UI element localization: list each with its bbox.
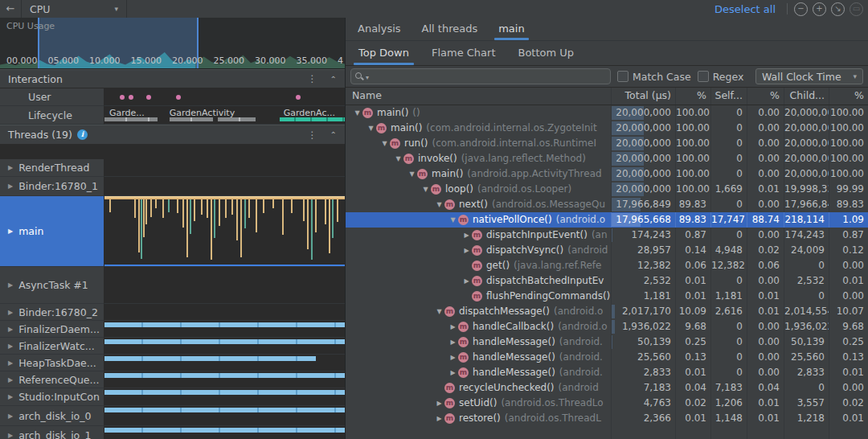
table-row[interactable]: mget()(java.lang.ref.Refe12,3820.0612,38… (346, 258, 868, 273)
thread-activity-track[interactable] (104, 267, 345, 304)
thread-activity-track[interactable] (104, 196, 345, 267)
expand-arrow-icon[interactable]: ▶ (448, 319, 458, 334)
subtab-bottom-up[interactable]: Bottom Up (506, 41, 585, 65)
chevron-right-icon[interactable]: ▶ (8, 393, 13, 400)
column-header-children[interactable]: Child... (784, 88, 829, 105)
table-row[interactable]: ▶mrestore()(android.os.ThreadL2,3660.011… (346, 411, 868, 426)
expand-arrow-icon[interactable]: ▼ (366, 121, 376, 136)
table-row[interactable]: mrecycleUnchecked()(android7,1830.047,18… (346, 380, 868, 396)
chevron-right-icon[interactable]: ▶ (8, 228, 13, 235)
column-header-self[interactable]: Self... (710, 88, 747, 105)
thread-activity-track[interactable] (104, 338, 345, 355)
table-row[interactable]: ▶mdispatchInputEvent()(an174,2430.8700.0… (346, 228, 868, 243)
table-row[interactable]: ▼mrun()(com.android.internal.os.RuntimeI… (346, 136, 868, 151)
regex-checkbox[interactable]: Regex (698, 71, 744, 83)
search-box[interactable]: ▾ (350, 68, 611, 84)
expand-arrow-icon[interactable]: ▼ (448, 212, 458, 228)
expand-arrow-icon[interactable]: ▼ (379, 136, 390, 151)
table-row[interactable]: ▼mnativePollOnce()(android.o17,965,66889… (346, 212, 868, 228)
chevron-right-icon[interactable]: ▶ (8, 183, 13, 190)
expand-arrow-icon[interactable]: ▶ (461, 273, 472, 289)
collapse-chevron-icon[interactable]: ⌃ (330, 130, 337, 139)
session-select[interactable]: CPU ▾ (22, 0, 126, 18)
column-header-total-pct[interactable]: % (675, 88, 710, 105)
thread-row[interactable]: ▶arch_disk_io_0 (0, 406, 345, 426)
expand-arrow-icon[interactable]: ▶ (461, 243, 472, 258)
chevron-right-icon[interactable]: ▶ (8, 343, 13, 350)
expand-arrow-icon[interactable]: ▼ (352, 105, 362, 121)
thread-activity-track[interactable] (104, 426, 345, 439)
thread-row[interactable]: ▶Binder:16780_2 (0, 304, 345, 321)
thread-activity-track[interactable] (104, 304, 345, 321)
chevron-right-icon[interactable]: ▶ (8, 326, 13, 333)
column-header-name[interactable]: Name (346, 88, 611, 105)
expand-arrow-icon[interactable]: ▶ (461, 228, 472, 243)
back-button[interactable]: ← (0, 0, 21, 18)
search-input[interactable] (369, 70, 606, 83)
thread-row[interactable]: ▶FinalizerWatc... (0, 338, 345, 355)
thread-row[interactable]: ▶HeapTaskDae... (0, 355, 345, 371)
expand-arrow-icon[interactable]: ▼ (407, 166, 417, 182)
table-row[interactable]: ▼mmain()()20,000,000100.0000.0020,000,00… (346, 105, 868, 121)
table-row[interactable]: ▶mhandleMessage()(android.50,1390.2500.0… (346, 334, 868, 350)
chevron-right-icon[interactable]: ▶ (8, 412, 13, 420)
table-row[interactable]: ▼mnext()(android.os.MessageQu17,966,8498… (346, 197, 868, 212)
chevron-right-icon[interactable]: ▶ (8, 281, 13, 289)
expand-arrow-icon[interactable]: ▶ (434, 396, 444, 411)
thread-activity-track[interactable] (104, 406, 345, 426)
expand-arrow-icon[interactable]: ▶ (448, 350, 458, 365)
thread-activity-track[interactable] (104, 177, 345, 196)
zoom-in-button[interactable]: + (813, 2, 826, 16)
expand-arrow-icon[interactable]: ▼ (420, 182, 431, 197)
table-row[interactable]: ▶msetUid()(android.os.ThreadLo4,7630.021… (346, 396, 868, 411)
deselect-all-link[interactable]: Deselect all (714, 3, 776, 15)
thread-row[interactable]: ▶AsyncTask #1 (0, 267, 345, 304)
table-row[interactable]: ▶mhandleCallback()(android.o1,936,0229.6… (346, 319, 868, 334)
subtab-flame-chart[interactable]: Flame Chart (420, 41, 507, 65)
thread-row[interactable]: ▶Binder:16780_1 (0, 177, 345, 196)
cpu-usage-chart[interactable]: CPU Usage 00.00005.00010.00015.00020.000… (0, 18, 345, 69)
user-event-track[interactable] (104, 88, 345, 106)
zoom-to-selection-button[interactable]: ▭ (850, 2, 863, 16)
chevron-right-icon[interactable]: ▶ (8, 309, 13, 316)
kebab-menu-icon[interactable]: ⋮ (308, 73, 317, 84)
expand-arrow-icon[interactable]: ▼ (393, 151, 403, 166)
expand-arrow-icon[interactable]: ▶ (434, 411, 444, 426)
thread-row[interactable]: ▶ReferenceQue... (0, 371, 345, 388)
thread-row[interactable]: ▶arch_disk_io_1 (0, 426, 345, 439)
kebab-menu-icon[interactable]: ⋮ (308, 129, 317, 141)
table-row[interactable]: ▶mhandleMessage()(android.2,8330.0100.00… (346, 365, 868, 380)
clock-type-select[interactable]: Wall Clock Time ▾ (755, 68, 863, 84)
expand-arrow-icon[interactable]: ▶ (448, 365, 458, 380)
match-case-checkbox[interactable]: Match Case (617, 71, 691, 83)
chevron-right-icon[interactable]: ▶ (8, 359, 13, 367)
thread-row[interactable]: ▶main (0, 196, 345, 267)
chevron-right-icon[interactable]: ▶ (8, 432, 13, 439)
thread-activity-track[interactable] (104, 355, 345, 371)
column-header-total[interactable]: Total (μs) (611, 88, 675, 105)
table-row[interactable]: mflushPendingCommands()(1,1810.011,1810.… (346, 289, 868, 304)
table-row[interactable]: ▼mdispatchMessage()(android.o2,017,17010… (346, 304, 868, 319)
zoom-out-button[interactable]: − (794, 2, 808, 16)
thread-activity-track[interactable] (104, 159, 345, 177)
tab-main[interactable]: main (488, 18, 534, 40)
thread-row[interactable]: ▶Studio:InputCon (0, 388, 345, 406)
thread-activity-track[interactable] (104, 388, 345, 406)
chevron-right-icon[interactable]: ▶ (8, 376, 13, 384)
thread-activity-track[interactable] (104, 321, 345, 338)
table-row[interactable]: ▼minvoke()(java.lang.reflect.Method)20,0… (346, 151, 868, 166)
expand-arrow-icon[interactable]: ▼ (434, 197, 444, 212)
subtab-top-down[interactable]: Top Down (347, 41, 420, 65)
tab-all-threads[interactable]: All threads (411, 18, 489, 40)
expand-arrow-icon[interactable]: ▶ (448, 334, 458, 350)
chevron-right-icon[interactable]: ▶ (8, 164, 13, 171)
table-row[interactable]: ▼mmain()(com.android.internal.os.ZygoteI… (346, 121, 868, 136)
table-row[interactable]: ▶mdispatchVsync()(android28,9570.144,948… (346, 243, 868, 258)
reset-zoom-button[interactable]: ↘ (831, 2, 845, 16)
table-row[interactable]: ▶mdispatchBatchedInputEv2,5320.0100.002,… (346, 273, 868, 289)
column-header-children-pct[interactable]: % (829, 88, 868, 105)
table-row[interactable]: ▼mloop()(android.os.Looper)20,000,000100… (346, 182, 868, 197)
thread-row[interactable]: ▶RenderThread (0, 159, 345, 177)
lifecycle-track[interactable]: Garde...GardenActivityGardenAc... (104, 106, 345, 125)
tab-analysis[interactable]: Analysis (347, 18, 411, 40)
